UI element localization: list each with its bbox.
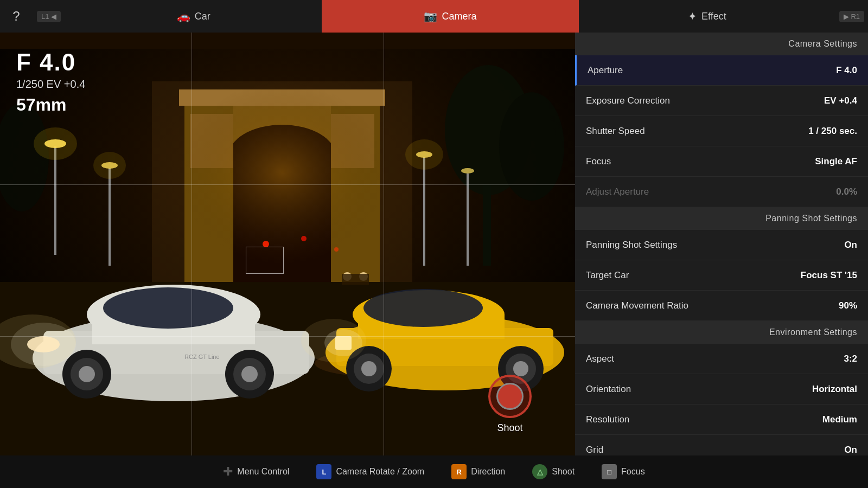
car-icon: 🚗 (177, 10, 190, 23)
svg-point-23 (405, 139, 443, 170)
target-car-row[interactable]: Target Car Focus ST '15 (575, 260, 868, 291)
svg-rect-18 (108, 168, 111, 266)
shoot-button[interactable]: Shoot (488, 375, 532, 434)
svg-rect-21 (423, 157, 425, 266)
svg-point-48 (241, 366, 258, 382)
camera-viewport: RCZ GT Line (0, 33, 575, 488)
svg-point-25 (461, 168, 474, 174)
top-navigation: ? L1 ◀ 🚗 Car 📷 Camera ✦ Effect ▶ R1 (0, 0, 868, 33)
focus-reticle (246, 247, 284, 274)
svg-rect-35 (342, 274, 369, 285)
orientation-row[interactable]: Orientation Horizontal (575, 374, 868, 404)
focus-row[interactable]: Focus Single AF (575, 146, 868, 177)
svg-point-20 (93, 152, 126, 179)
svg-text:RCZ GT Line: RCZ GT Line (184, 354, 220, 360)
tab-car[interactable]: 🚗 Car (65, 0, 322, 33)
svg-point-55 (363, 289, 483, 327)
shutter-ev-display: 1/250 EV +0.4 (16, 78, 85, 91)
svg-point-32 (334, 247, 339, 252)
shoot-control: △ Shoot (532, 464, 575, 479)
effect-icon: ✦ (688, 10, 697, 23)
panning-settings-header: Panning Shot Settings (575, 207, 868, 230)
shoot-inner (496, 383, 524, 410)
bottom-controls-bar: ✚ Menu Control L Camera Rotate / Zoom R … (0, 455, 868, 488)
adjust-aperture-row: Adjust Aperture 0.0% (575, 177, 868, 207)
resolution-row[interactable]: Resolution Medium (575, 404, 868, 435)
camera-icon: 📷 (424, 10, 437, 23)
aspect-row[interactable]: Aspect 3:2 (575, 344, 868, 374)
tab-effect[interactable]: ✦ Effect (579, 0, 835, 33)
aperture-display: F 4.0 (16, 49, 85, 76)
focal-length-display: 57mm (16, 95, 85, 115)
svg-rect-15 (54, 146, 56, 255)
triangle-button-icon: △ (532, 464, 547, 479)
square-button-icon: □ (602, 464, 617, 479)
svg-rect-14 (152, 81, 412, 309)
exposure-correction-row[interactable]: Exposure Correction EV +0.4 (575, 86, 868, 116)
l1-button[interactable]: L1 ◀ (33, 0, 65, 33)
menu-control: ✚ Menu Control (223, 465, 289, 479)
svg-point-64 (301, 319, 366, 362)
tab-camera[interactable]: 📷 Camera (322, 0, 578, 33)
svg-point-60 (361, 361, 376, 376)
dpad-icon: ✚ (223, 465, 233, 479)
camera-info-overlay: F 4.0 1/250 EV +0.4 57mm (16, 49, 85, 115)
shoot-label: Shoot (497, 422, 522, 434)
direction-control: R Direction (451, 464, 505, 479)
l-button-icon: L (316, 464, 331, 479)
panning-shot-row[interactable]: Panning Shot Settings On (575, 230, 868, 260)
svg-point-17 (34, 127, 77, 160)
r-button-icon: R (451, 464, 467, 479)
r1-button[interactable]: ▶ R1 (835, 0, 868, 33)
svg-point-2 (499, 92, 564, 201)
svg-rect-3 (483, 184, 491, 266)
settings-panel: Camera Settings Aperture F 4.0 Exposure … (575, 33, 868, 488)
svg-point-45 (79, 366, 95, 382)
aperture-row[interactable]: Aperture F 4.0 (575, 55, 868, 86)
camera-rotate-control: L Camera Rotate / Zoom (316, 464, 424, 479)
shoot-circle (488, 375, 532, 418)
svg-point-31 (301, 236, 307, 241)
main-content: RCZ GT Line (0, 33, 868, 488)
svg-point-40 (103, 287, 233, 329)
help-button[interactable]: ? (0, 0, 33, 33)
focus-control: □ Focus (602, 464, 645, 479)
camera-settings-header: Camera Settings (575, 33, 868, 55)
environment-settings-header: Environment Settings (575, 321, 868, 344)
shutter-speed-row[interactable]: Shutter Speed 1 / 250 sec. (575, 116, 868, 146)
camera-movement-ratio-row[interactable]: Camera Movement Ratio 90% (575, 291, 868, 321)
svg-point-63 (513, 361, 528, 376)
svg-rect-24 (467, 174, 469, 266)
